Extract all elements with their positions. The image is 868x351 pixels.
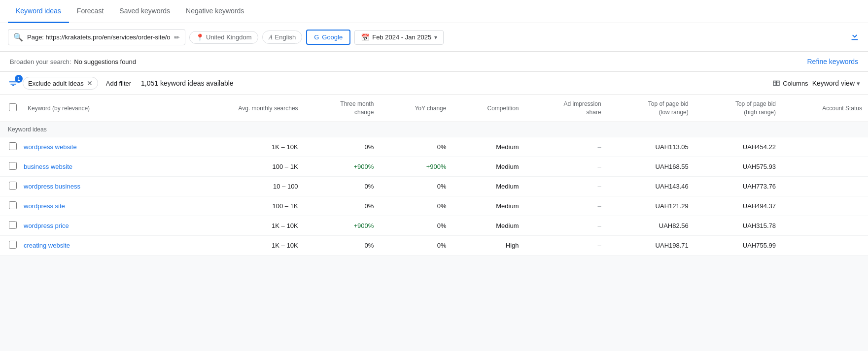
row-three-month-2: 0% — [304, 176, 380, 196]
row-ad-impression-5: – — [525, 235, 607, 255]
search-icon: 🔍 — [13, 32, 23, 42]
row-competition-1: Medium — [452, 157, 524, 176]
header-yoy[interactable]: YoY change — [380, 95, 452, 122]
network-filter[interactable]: G Google — [306, 30, 350, 45]
row-account-status-2 — [782, 176, 868, 196]
tabs-bar: Keyword ideas Forecast Saved keywords Ne… — [0, 0, 868, 23]
keyword-table: Keyword (by relevance) Avg. monthly sear… — [0, 95, 868, 255]
filter-badge: 1 — [15, 75, 23, 83]
keyword-link-1[interactable]: business website — [24, 163, 72, 170]
row-avg-monthly-2: 10 – 100 — [184, 176, 304, 196]
view-button[interactable]: Keyword view ▾ — [812, 79, 860, 87]
row-top-bid-low-5: UAH198.71 — [607, 235, 694, 255]
row-yoy-2: 0% — [380, 176, 452, 196]
row-checkbox-4[interactable] — [9, 221, 17, 229]
keyword-link-3[interactable]: wordpress site — [24, 202, 65, 210]
row-top-bid-low-4: UAH82.56 — [607, 216, 694, 235]
header-keyword[interactable]: Keyword (by relevance) — [20, 95, 184, 122]
row-checkbox-cell — [0, 137, 20, 157]
header-top-bid-low[interactable]: Top of page bid (low range) — [607, 95, 694, 122]
table-row: wordpress price 1K – 10K +900% 0% Medium… — [0, 216, 868, 235]
language-filter[interactable]: 𝐴 English — [262, 31, 303, 44]
translate-icon: 𝐴 — [269, 33, 273, 41]
row-account-status-0 — [782, 137, 868, 157]
tab-forecast[interactable]: Forecast — [69, 0, 111, 23]
row-checkbox-5[interactable] — [9, 241, 17, 249]
download-button[interactable] — [849, 31, 860, 43]
row-checkbox-cell — [0, 216, 20, 235]
download-icon — [849, 31, 860, 42]
search-box[interactable]: 🔍 ✏ — [8, 29, 185, 45]
broaden-value: No suggestions found — [74, 58, 136, 65]
tab-saved-keywords[interactable]: Saved keywords — [111, 0, 178, 23]
header-three-month[interactable]: Three month change — [304, 95, 380, 122]
header-ad-impression[interactable]: Ad impression share — [525, 95, 607, 122]
date-range-filter[interactable]: 📅 Feb 2024 - Jan 2025 ▾ — [354, 30, 444, 45]
search-edit-icon: ✏ — [174, 33, 180, 41]
row-yoy-3: 0% — [380, 196, 452, 216]
header-checkbox-cell — [0, 95, 20, 122]
google-icon: G — [314, 33, 319, 41]
row-competition-3: Medium — [452, 196, 524, 216]
row-keyword-1: business website — [20, 157, 184, 176]
columns-button[interactable]: Columns — [772, 79, 808, 88]
row-ad-impression-4: – — [525, 216, 607, 235]
location-filter[interactable]: 📍 United Kingdom — [189, 31, 258, 44]
keyword-link-5[interactable]: creating website — [24, 242, 70, 249]
tab-keyword-ideas[interactable]: Keyword ideas — [8, 0, 69, 23]
filter-icon-wrapper: 1 — [8, 78, 19, 89]
row-checkbox-cell — [0, 157, 20, 176]
row-competition-0: Medium — [452, 137, 524, 157]
row-keyword-5: creating website — [20, 235, 184, 255]
row-three-month-5: 0% — [304, 235, 380, 255]
row-top-bid-low-1: UAH168.55 — [607, 157, 694, 176]
table-row: business website 100 – 1K +900% +900% Me… — [0, 157, 868, 176]
date-range-label: Feb 2024 - Jan 2025 — [372, 33, 431, 41]
section-header-row: Keyword ideas — [0, 122, 868, 137]
row-ad-impression-2: – — [525, 176, 607, 196]
header-avg-monthly[interactable]: Avg. monthly searches — [184, 95, 304, 122]
filter-bar-1: 🔍 ✏ 📍 United Kingdom 𝐴 English G Google … — [0, 23, 868, 52]
keyword-link-0[interactable]: wordpress website — [24, 143, 77, 151]
row-avg-monthly-0: 1K – 10K — [184, 137, 304, 157]
select-all-checkbox[interactable] — [9, 103, 17, 111]
exclude-adult-chip[interactable]: Exclude adult ideas ✕ — [23, 77, 98, 90]
exclude-adult-label: Exclude adult ideas — [28, 80, 84, 87]
keyword-table-container: Keyword (by relevance) Avg. monthly sear… — [0, 95, 868, 255]
row-competition-2: Medium — [452, 176, 524, 196]
tab-negative-keywords[interactable]: Negative keywords — [178, 0, 252, 23]
exclude-adult-close-icon[interactable]: ✕ — [87, 79, 93, 87]
broaden-bar: Broaden your search: No suggestions foun… — [0, 52, 868, 72]
row-competition-5: High — [452, 235, 524, 255]
search-input[interactable] — [27, 33, 170, 41]
row-account-status-1 — [782, 157, 868, 176]
view-label: Keyword view — [812, 79, 855, 87]
row-top-bid-high-3: UAH494.37 — [694, 196, 782, 216]
row-checkbox-cell — [0, 235, 20, 255]
row-keyword-0: wordpress website — [20, 137, 184, 157]
keyword-link-2[interactable]: wordpress business — [24, 183, 80, 190]
row-top-bid-high-0: UAH454.22 — [694, 137, 782, 157]
row-competition-4: Medium — [452, 216, 524, 235]
location-icon: 📍 — [196, 33, 204, 41]
row-keyword-3: wordpress site — [20, 196, 184, 216]
header-top-bid-high[interactable]: Top of page bid (high range) — [694, 95, 782, 122]
calendar-icon: 📅 — [361, 33, 369, 41]
table-row: wordpress website 1K – 10K 0% 0% Medium … — [0, 137, 868, 157]
row-three-month-0: 0% — [304, 137, 380, 157]
row-yoy-4: 0% — [380, 216, 452, 235]
row-checkbox-3[interactable] — [9, 201, 17, 209]
row-checkbox-2[interactable] — [9, 182, 17, 190]
row-top-bid-high-2: UAH773.76 — [694, 176, 782, 196]
row-account-status-3 — [782, 196, 868, 216]
header-competition[interactable]: Competition — [452, 95, 524, 122]
refine-keywords-button[interactable]: Refine keywords — [807, 58, 859, 65]
header-account-status[interactable]: Account Status — [782, 95, 868, 122]
row-avg-monthly-3: 100 – 1K — [184, 196, 304, 216]
add-filter-button[interactable]: Add filter — [102, 78, 135, 89]
row-avg-monthly-1: 100 – 1K — [184, 157, 304, 176]
row-checkbox-1[interactable] — [9, 162, 17, 170]
row-checkbox-0[interactable] — [9, 142, 17, 150]
table-row: wordpress site 100 – 1K 0% 0% Medium – U… — [0, 196, 868, 216]
keyword-link-4[interactable]: wordpress price — [24, 222, 69, 229]
